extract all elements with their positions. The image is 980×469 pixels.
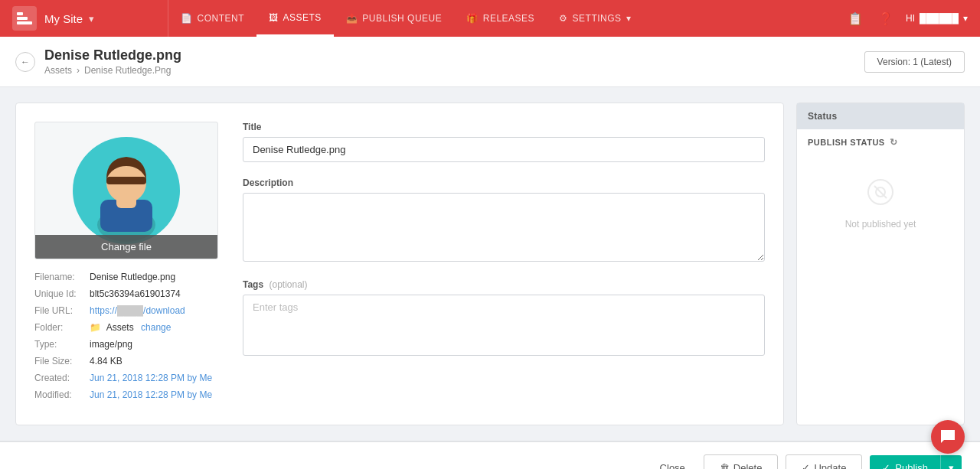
user-menu[interactable]: HI ██████ ▾	[906, 13, 968, 24]
not-published-icon	[867, 178, 894, 211]
publish-label: Publish	[895, 462, 928, 469]
content-card: Change file Filename: Denise Rutledge.pn…	[15, 103, 784, 425]
folder-change-link[interactable]: change	[141, 322, 171, 333]
footer-page: Close 🗑 Delete ✓ Update ✓ Publish ▾	[0, 441, 980, 469]
nav-item-publish-queue[interactable]: 📤 PUBLISH QUEUE	[334, 0, 454, 37]
update-check-icon: ✓	[802, 462, 810, 469]
delete-label: Delete	[733, 462, 763, 469]
clipboard-icon[interactable]: 📋	[844, 8, 866, 29]
file-size-value: 4.84 KB	[90, 356, 122, 366]
publish-queue-icon: 📤	[346, 13, 358, 24]
meta-row-file-url: File URL: https://████/download	[34, 305, 218, 316]
url-redacted: ████	[117, 305, 143, 316]
nav-item-assets[interactable]: 🖼 ASSETS	[256, 0, 334, 37]
description-input[interactable]	[243, 193, 765, 262]
description-label: Description	[243, 178, 765, 188]
file-url-label: File URL:	[34, 305, 90, 316]
username-label: ██████	[920, 13, 959, 24]
back-button[interactable]: ←	[15, 52, 35, 72]
change-file-button[interactable]: Change file	[35, 235, 217, 259]
svg-rect-1	[17, 12, 23, 15]
meta-row-filename: Filename: Denise Rutledge.png	[34, 272, 218, 282]
hi-label: HI	[906, 13, 915, 24]
svg-rect-3	[17, 21, 32, 24]
not-published-area: Not published yet	[797, 155, 964, 252]
status-sidebar: Status PUBLISH STATUS ↻ Not published ye…	[796, 103, 965, 425]
releases-label: RELEASES	[483, 13, 534, 24]
close-button[interactable]: Close	[649, 455, 696, 469]
settings-icon: ⚙	[559, 13, 568, 24]
publish-dropdown-button[interactable]: ▾	[940, 455, 962, 469]
asset-left-panel: Change file Filename: Denise Rutledge.pn…	[34, 122, 218, 406]
asset-preview: Change file	[34, 122, 218, 259]
nav-item-content[interactable]: 📄 CONTENT	[168, 0, 256, 37]
type-label: Type:	[34, 339, 90, 350]
publish-group: ✓ Publish ▾	[870, 455, 962, 469]
folder-icon: 📁	[90, 322, 101, 333]
meta-row-unique-id: Unique Id: blt5c36394a61901374	[34, 288, 218, 299]
settings-chevron-icon: ▾	[626, 13, 632, 24]
file-meta: Filename: Denise Rutledge.png Unique Id:…	[34, 272, 218, 400]
assets-nav-label: ASSETS	[283, 12, 322, 23]
page-title-area: Denise Rutledge.png Assets › Denise Rutl…	[44, 47, 181, 76]
tags-input-area[interactable]: Enter tags	[243, 295, 765, 356]
chat-bubble-button[interactable]	[931, 420, 965, 454]
asset-form: Title Description Tags (optional) Enter …	[243, 122, 765, 406]
publish-queue-label: PUBLISH QUEUE	[362, 13, 442, 24]
help-icon[interactable]: ❓	[875, 8, 897, 29]
svg-rect-2	[17, 17, 28, 20]
refresh-icon[interactable]: ↻	[890, 137, 898, 148]
update-label: Update	[814, 462, 846, 469]
settings-label: SETTINGS	[573, 13, 622, 24]
publish-status-label: PUBLISH STATUS	[808, 138, 885, 147]
brand-area[interactable]: My Site ▾	[0, 0, 168, 37]
asset-layout: Change file Filename: Denise Rutledge.pn…	[34, 122, 765, 406]
user-chevron-icon: ▾	[963, 13, 968, 24]
title-field-group: Title	[243, 122, 765, 162]
meta-row-file-size: File Size: 4.84 KB	[34, 356, 218, 366]
nav-item-releases[interactable]: 🎁 RELEASES	[454, 0, 547, 37]
assets-nav-icon: 🖼	[269, 12, 279, 23]
breadcrumb: Assets › Denise Rutledge.Png	[44, 65, 181, 76]
title-label: Title	[243, 122, 765, 132]
nav-items: 📄 CONTENT 🖼 ASSETS 📤 PUBLISH QUEUE 🎁 REL…	[168, 0, 844, 37]
brand-logo-icon	[12, 6, 37, 31]
unique-id-label: Unique Id:	[34, 288, 90, 299]
meta-row-type: Type: image/png	[34, 339, 218, 350]
breadcrumb-separator: ›	[77, 65, 80, 76]
brand-chevron-icon: ▾	[89, 13, 94, 24]
folder-value: 📁 Assets change	[90, 322, 171, 333]
delete-button[interactable]: 🗑 Delete	[704, 454, 779, 469]
brand-name: My Site	[44, 12, 83, 25]
tags-label: Tags (optional)	[243, 279, 765, 290]
publish-button[interactable]: ✓ Publish	[870, 455, 940, 469]
title-input[interactable]	[243, 137, 765, 162]
url-suffix: /download	[143, 305, 185, 316]
created-label: Created:	[34, 373, 90, 383]
publish-arrow-icon: ▾	[949, 462, 954, 469]
page-title: Denise Rutledge.png	[44, 47, 181, 64]
content-nav-icon: 📄	[181, 13, 193, 24]
avatar-image	[73, 137, 180, 244]
meta-row-modified: Modified: Jun 21, 2018 12:28 PM by Me	[34, 389, 218, 400]
svg-rect-9	[106, 177, 146, 184]
top-navigation: My Site ▾ 📄 CONTENT 🖼 ASSETS 📤 PUBLISH Q…	[0, 0, 980, 37]
url-prefix: https://	[90, 305, 117, 316]
type-value: image/png	[90, 339, 132, 350]
folder-name: Assets	[106, 322, 134, 333]
nav-right: 📋 ❓ HI ██████ ▾	[844, 8, 980, 29]
update-button[interactable]: ✓ Update	[786, 454, 862, 469]
content-nav-label: CONTENT	[198, 13, 245, 24]
tags-placeholder: Enter tags	[253, 301, 298, 313]
breadcrumb-root-link[interactable]: Assets	[44, 65, 72, 76]
file-url-value[interactable]: https://████/download	[90, 305, 185, 316]
page-header: ← Denise Rutledge.png Assets › Denise Ru…	[0, 37, 980, 87]
created-value: Jun 21, 2018 12:28 PM by Me	[90, 373, 212, 383]
tags-optional-label: (optional)	[269, 279, 307, 290]
status-section-header: Status	[797, 103, 964, 129]
nav-item-settings[interactable]: ⚙ SETTINGS ▾	[547, 0, 643, 37]
modified-value: Jun 21, 2018 12:28 PM by Me	[90, 389, 212, 400]
publish-status-row: PUBLISH STATUS ↻	[797, 129, 964, 155]
file-size-label: File Size:	[34, 356, 90, 366]
folder-label: Folder:	[34, 322, 90, 333]
